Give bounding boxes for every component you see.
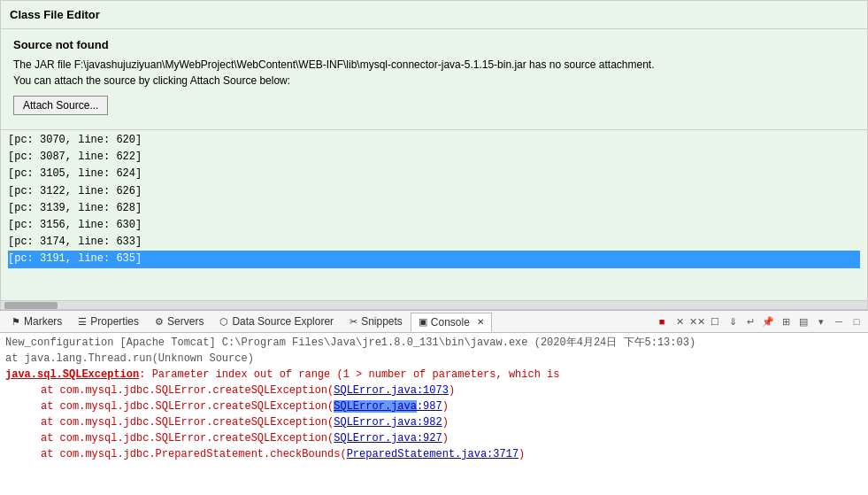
stack-line: [pc: 3139, line: 628] bbox=[8, 200, 860, 217]
editor-title: Class File Editor bbox=[1, 1, 867, 29]
thread-text: at java.lang.Thread.run(Unknown Source) bbox=[5, 352, 254, 365]
source-message-line2: You can attach the source by clicking At… bbox=[13, 73, 855, 89]
tab-servers[interactable]: ⚙ Servers bbox=[147, 312, 211, 331]
bottom-section: ⚑ Markers ☰ Properties ⚙ Servers ⬡ Data … bbox=[0, 310, 868, 495]
minimize-button[interactable]: ─ bbox=[831, 313, 847, 329]
close-tab-icon[interactable]: ✕ bbox=[477, 317, 484, 327]
console-line-thread: at java.lang.Thread.run(Unknown Source) bbox=[5, 351, 863, 367]
source-message-line1: The JAR file F:\javashujuziyuan\MyWebPro… bbox=[13, 57, 855, 73]
stack-prefix-2: at com.mysql.jdbc.SQLError.createSQLExce… bbox=[41, 400, 334, 413]
servers-icon: ⚙ bbox=[155, 316, 164, 328]
console-stack-2: at com.mysql.jdbc.SQLError.createSQLExce… bbox=[5, 398, 863, 414]
tab-markers[interactable]: ⚑ Markers bbox=[4, 312, 70, 331]
source-not-found-section: Source not found The JAR file F:\javashu… bbox=[1, 29, 867, 130]
stack-line: [pc: 3174, line: 633] bbox=[8, 234, 860, 251]
console-stack-3: at com.mysql.jdbc.SQLError.createSQLExce… bbox=[5, 414, 863, 430]
source-not-found-title: Source not found bbox=[13, 38, 855, 51]
console-header: New_configuration [Apache Tomcat] C:\Pro… bbox=[5, 335, 863, 351]
scroll-lock-button[interactable]: ⇓ bbox=[725, 313, 741, 329]
stack-prefix-5: at com.mysql.jdbc.PreparedStatement.chec… bbox=[41, 448, 347, 460]
tab-console-label: Console bbox=[431, 316, 470, 329]
stack-trace-area: [pc: 3070, line: 620] [pc: 3087, line: 6… bbox=[1, 130, 867, 300]
pin-button[interactable]: 📌 bbox=[760, 313, 776, 329]
view-menu-button[interactable]: ▾ bbox=[813, 313, 829, 329]
maximize-button[interactable]: □ bbox=[849, 313, 864, 329]
console-icon: ▣ bbox=[419, 316, 427, 328]
class-file-editor: Class File Editor Source not found The J… bbox=[0, 0, 868, 310]
tab-bar: ⚑ Markers ☰ Properties ⚙ Servers ⬡ Data … bbox=[0, 310, 868, 333]
stack-line: [pc: 3087, line: 622] bbox=[8, 149, 860, 166]
console-exception-line: java.sql.SQLException: Parameter index o… bbox=[5, 367, 863, 383]
stack-link-4[interactable]: SQLError.java:927 bbox=[334, 432, 442, 445]
console-stack-5: at com.mysql.jdbc.PreparedStatement.chec… bbox=[5, 446, 863, 462]
stack-line: [pc: 3156, line: 630] bbox=[8, 217, 860, 234]
properties-icon: ☰ bbox=[78, 316, 87, 328]
tab-markers-label: Markers bbox=[24, 315, 62, 328]
exception-message: : Parameter index out of range (1 > numb… bbox=[139, 368, 559, 381]
tab-data-source-label: Data Source Explorer bbox=[232, 315, 334, 328]
clear-console-button[interactable]: ☐ bbox=[707, 313, 723, 329]
stack-link-2a[interactable]: SQLError.java bbox=[334, 400, 417, 413]
open-console-button[interactable]: ▤ bbox=[795, 313, 811, 329]
stack-suffix-1: ) bbox=[449, 384, 455, 397]
stack-prefix-1: at com.mysql.jdbc.SQLError.createSQLExce… bbox=[41, 384, 334, 397]
console-stack-4: at com.mysql.jdbc.SQLError.createSQLExce… bbox=[5, 430, 863, 446]
stack-suffix-2: ) bbox=[442, 400, 449, 413]
stack-suffix-5: ) bbox=[518, 448, 525, 460]
attach-source-button[interactable]: Attach Source... bbox=[13, 96, 108, 115]
stack-link-3[interactable]: SQLError.java:982 bbox=[334, 416, 442, 429]
remove-all-button[interactable]: ✕✕ bbox=[689, 313, 705, 329]
stack-link-1[interactable]: SQLError.java:1073 bbox=[334, 384, 449, 397]
markers-icon: ⚑ bbox=[12, 316, 20, 328]
remove-button[interactable]: ✕ bbox=[672, 313, 687, 329]
stack-line-selected[interactable]: [pc: 3191, line: 635] bbox=[8, 251, 860, 267]
tab-properties[interactable]: ☰ Properties bbox=[70, 312, 147, 331]
word-wrap-button[interactable]: ↵ bbox=[742, 313, 758, 329]
exception-class[interactable]: java.sql.SQLException bbox=[5, 368, 139, 381]
console-area: New_configuration [Apache Tomcat] C:\Pro… bbox=[0, 333, 868, 495]
tab-properties-label: Properties bbox=[90, 315, 139, 328]
tab-snippets[interactable]: ✂ Snippets bbox=[342, 312, 411, 331]
stop-button[interactable]: ■ bbox=[654, 313, 670, 329]
stack-suffix-4: ) bbox=[442, 432, 449, 445]
stack-link-2b[interactable]: :987 bbox=[417, 400, 442, 413]
tab-console[interactable]: ▣ Console ✕ bbox=[411, 313, 492, 332]
console-stack-1: at com.mysql.jdbc.SQLError.createSQLExce… bbox=[5, 383, 863, 398]
stack-link-5[interactable]: PreparedStatement.java:3717 bbox=[347, 448, 518, 460]
stack-line: [pc: 3105, line: 624] bbox=[8, 166, 860, 182]
stack-line: [pc: 3122, line: 626] bbox=[8, 183, 860, 200]
stack-prefix-3: at com.mysql.jdbc.SQLError.createSQLExce… bbox=[41, 416, 334, 429]
snippets-icon: ✂ bbox=[350, 316, 357, 328]
tab-data-source-explorer[interactable]: ⬡ Data Source Explorer bbox=[211, 312, 342, 331]
stack-suffix-3: ) bbox=[442, 416, 449, 429]
tab-servers-label: Servers bbox=[167, 315, 204, 328]
tab-snippets-label: Snippets bbox=[361, 315, 403, 328]
scrollbar-thumb[interactable] bbox=[4, 302, 58, 309]
data-source-icon: ⬡ bbox=[219, 316, 228, 328]
new-console-button[interactable]: ⊞ bbox=[778, 313, 794, 329]
stack-prefix-4: at com.mysql.jdbc.SQLError.createSQLExce… bbox=[41, 432, 334, 445]
stack-line: [pc: 3070, line: 620] bbox=[8, 132, 860, 149]
horizontal-scrollbar[interactable] bbox=[1, 300, 867, 309]
console-toolbar: ■ ✕ ✕✕ ☐ ⇓ ↵ 📌 ⊞ ▤ ▾ ─ □ bbox=[654, 313, 864, 329]
